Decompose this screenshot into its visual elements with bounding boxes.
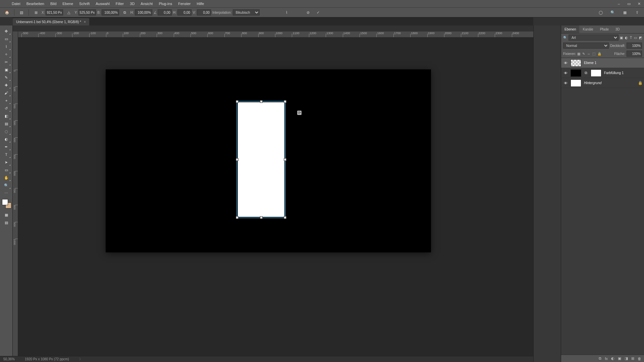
layer-thumbnail[interactable] [571,79,581,87]
layer-name[interactable]: Hintergrund [584,81,635,85]
ruler-horizontal[interactable]: -600-500-400-300-200-1000100200300400500… [18,32,533,38]
dodge-tool[interactable]: ◐ [2,135,11,143]
rectangle-tool[interactable]: ▭ [2,166,11,174]
eyedropper-tool[interactable]: ✎ [2,74,11,81]
menu-plug-ins[interactable]: Plug-ins [156,0,175,7]
status-doc-info[interactable]: 1920 Px x 1080 Px (72 ppcm) [25,357,69,361]
edit-toolbar-button[interactable]: ⋯ [2,189,11,197]
x-input[interactable] [46,9,63,15]
path-select-tool[interactable]: ➤ [2,159,11,166]
cancel-transform-icon[interactable]: ⊘ [304,8,313,16]
width-input[interactable] [102,9,119,15]
panel-footer-icon-3[interactable]: ▣ [618,356,621,361]
layer-visibility-icon[interactable]: 👁 [563,71,568,75]
layer-mask-thumbnail[interactable] [591,69,601,77]
search-icon[interactable]: 🔍 [608,8,617,16]
foreground-color-swatch[interactable] [2,199,8,205]
lasso-tool[interactable]: ⌇ [2,43,11,50]
home-icon[interactable]: 🏠 [3,8,11,16]
menu-fenster[interactable]: Fenster [175,0,194,7]
panel-footer-icon-4[interactable]: ◨ [625,356,628,361]
window-maximize-button[interactable]: ▭ [624,0,634,7]
artboard-tool[interactable]: ▭ [2,35,11,43]
layer-filter-select[interactable]: Art [569,35,619,41]
hand-tool[interactable]: ✋ [2,174,11,181]
layer-row[interactable]: 👁Hintergrund🔒 [561,78,644,88]
ruler-vertical[interactable]: 01002003004005006007008009001000 [13,32,18,356]
layer-row[interactable]: 👁Ebene 1 [561,58,644,68]
transform-handle[interactable] [236,216,238,219]
layer-name[interactable]: Ebene 1 [584,61,642,65]
skew-v-input[interactable] [197,9,211,15]
menu-datei[interactable]: Datei [9,0,23,7]
canvas-area[interactable]: ⟳ [18,38,533,356]
zoom-tool[interactable]: 🔍 [2,182,11,189]
layer-link-icon[interactable]: ⧉ [584,71,588,75]
heal-tool[interactable]: ✚ [2,81,11,89]
frame-tool[interactable]: ▣ [2,66,11,73]
layer-filter-icon-2[interactable]: T [630,36,632,40]
panel-footer-icon-6[interactable]: 🗑 [638,357,641,361]
document-tab-close-icon[interactable]: × [84,20,86,24]
y-input[interactable] [78,9,96,15]
lock-icon-3[interactable]: ⬚ [592,52,595,56]
menu-ebene[interactable]: Ebene [59,0,76,7]
lock-icon-2[interactable]: ↔ [587,52,590,56]
blur-tool[interactable]: ◌ [2,128,11,135]
transform-handle[interactable] [260,100,263,103]
brush-tool[interactable]: 🖌 [2,89,11,97]
blend-mode-select[interactable]: Normal [563,43,609,49]
magic-wand-tool[interactable]: ✧ [2,51,11,58]
document-tab[interactable]: Unbenannt-1 bei 50,4% (Ebene 1, RGB/8) *… [13,18,89,25]
angle-input[interactable] [158,9,172,15]
panel-footer-icon-1[interactable]: fx [605,357,608,361]
layer-filter-icon-0[interactable]: ▣ [620,36,623,40]
transform-handle[interactable] [236,100,238,103]
clone-tool[interactable]: ⌖ [2,97,11,104]
transform-handle[interactable] [236,158,238,161]
reference-point-icon[interactable]: ⊞ [32,8,40,16]
swap-xy-icon[interactable]: △ [64,8,73,16]
menu-bearbeiten[interactable]: Bearbeiten [23,0,47,7]
opacity-input[interactable] [627,43,642,49]
transform-bounding-box[interactable] [237,101,285,218]
height-input[interactable] [135,9,152,15]
transform-handle[interactable] [260,216,263,219]
link-wh-icon[interactable]: ⧉ [120,8,129,16]
layer-filter-icon-4[interactable]: ◩ [639,36,642,40]
menu-ansicht[interactable]: Ansicht [138,0,156,7]
panel-tab-pfade[interactable]: Pfade [597,25,612,33]
share-icon[interactable]: ⇪ [633,8,641,16]
layer-thumbnail[interactable] [571,59,581,67]
window-close-button[interactable]: ✕ [634,0,644,7]
collapsed-panel-column[interactable] [533,25,561,362]
lock-icon-1[interactable]: ✎ [582,52,585,56]
interpolation-select[interactable]: Bikubisch [233,9,260,15]
panel-footer-icon-0[interactable]: ⧉ [599,356,601,361]
layer-name[interactable]: Farbfüllung 1 [604,71,642,75]
fill-input[interactable] [627,51,642,57]
transform-handle[interactable] [284,216,286,219]
transform-handle[interactable] [284,158,286,161]
transform-tool-icon[interactable]: ▧ [17,8,26,16]
warp-mode-icon[interactable]: ⌇ [282,8,291,16]
menu-bild[interactable]: Bild [47,0,59,7]
history-brush-tool[interactable]: ↺ [2,105,11,112]
layer-visibility-icon[interactable]: 👁 [563,61,568,65]
pen-tool[interactable]: ✒ [2,143,11,150]
type-tool[interactable]: T [2,151,11,158]
lock-icon-4[interactable]: 🔒 [597,52,601,56]
layer-visibility-icon[interactable]: 👁 [563,81,568,85]
panel-tab-3d[interactable]: 3D [612,25,623,33]
menu-auswahl[interactable]: Auswahl [93,0,113,7]
layer-filter-icon-1[interactable]: ◐ [625,36,628,40]
panel-footer-icon-2[interactable]: ◐ [611,356,614,361]
panel-tab-kanäle[interactable]: Kanäle [579,25,596,33]
transform-handle[interactable] [284,100,286,103]
menu-hilfe[interactable]: Hilfe [194,0,207,7]
eraser-tool[interactable]: ◧ [2,112,11,120]
workspace-icon[interactable]: ▦ [621,8,629,16]
layer-row[interactable]: 👁⧉Farbfüllung 1 [561,68,644,78]
layer-filter-icon-3[interactable]: ▭ [634,36,637,40]
lock-icon-0[interactable]: ▦ [577,52,580,56]
